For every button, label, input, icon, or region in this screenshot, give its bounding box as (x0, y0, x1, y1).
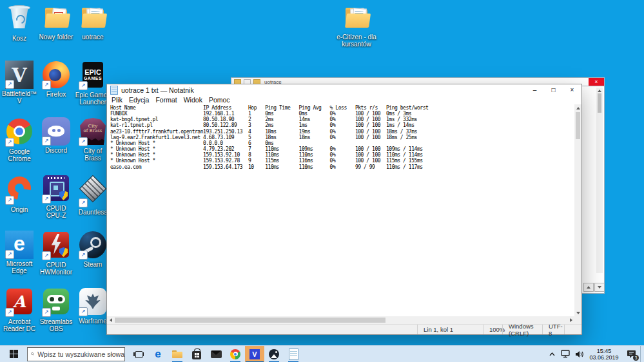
show-desktop-button[interactable] (640, 346, 644, 362)
desktop-icon-kosz[interactable]: Kosz (1, 4, 37, 42)
scroll-left-icon[interactable] (107, 318, 114, 322)
desktop-icon-uotrace-folder[interactable]: uotrace (75, 4, 111, 41)
desktop-icon-label: Steam (75, 261, 111, 268)
shortcut-arrow-icon: ↗ (79, 198, 88, 207)
encoding: UTF-8 (542, 325, 564, 334)
close-button[interactable]: × (563, 84, 581, 96)
desktop-icon-label: Acrobat Reader DC (1, 318, 37, 332)
shortcut-arrow-icon: ↗ (42, 137, 51, 146)
clock[interactable]: 15:45 03.06.2019 (586, 348, 622, 361)
scroll-up-icon[interactable] (576, 104, 580, 111)
chevron-up-icon (549, 352, 555, 356)
minimize-button[interactable]: – (525, 84, 544, 96)
action-center-button[interactable]: 3 (622, 346, 640, 362)
network-button[interactable] (559, 346, 572, 362)
spin-down-button[interactable] (594, 283, 605, 292)
scrollbar-thumb[interactable] (576, 112, 580, 139)
scroll-right-icon[interactable] (567, 318, 574, 322)
menu-format[interactable]: Format (152, 96, 180, 104)
horizontal-scrollbar[interactable] (107, 316, 574, 324)
store-icon (192, 349, 201, 359)
taskbar-edge-button[interactable]: e (148, 346, 168, 362)
shortcut-arrow-icon: ↗ (42, 308, 51, 317)
explorer-scrollbar[interactable] (596, 88, 603, 273)
desktop-icon-label: Firefox (38, 91, 74, 98)
taskbar-store-button[interactable] (187, 346, 206, 362)
scroll-up-icon[interactable] (598, 90, 601, 92)
desktop-icon-dauntless[interactable]: ↗Dauntless (75, 174, 111, 216)
desktop-icon-cpuid-cpu-z[interactable]: ↗CPUID CPU-Z (38, 174, 74, 219)
desktop-icon-label: CPUID CPU-Z (38, 205, 74, 219)
desktop-icon-label: Kosz (1, 35, 37, 42)
scrollbar-thumb[interactable] (115, 318, 385, 323)
cpuid-hwmonitor-icon: ↗ (42, 232, 70, 260)
taskbar: Wpisz tu wyszukiwane słowa eV 15:4 (0, 345, 644, 362)
search-input[interactable]: Wpisz tu wyszukiwane słowa (27, 347, 125, 361)
desktop-icon-microsoft-edge[interactable]: e↗Microsoft Edge (1, 231, 37, 274)
taskbar-vapp-button[interactable]: V (245, 346, 264, 362)
shortcut-arrow-icon: ↗ (42, 251, 51, 260)
volume-button[interactable] (572, 346, 586, 362)
taskbar-notepad-button[interactable] (284, 346, 303, 362)
desktop-icon-label: Epic Games Launcher (75, 91, 111, 106)
spin-up-button[interactable] (583, 283, 594, 292)
desktop-icon-warframe[interactable]: ↗Warframe (75, 287, 111, 325)
scroll-down-icon[interactable] (576, 309, 580, 316)
menu-plik[interactable]: Plik (108, 96, 126, 104)
notepad-statusbar: Lin 1, kol 1 100% Windows (CRLF) UTF-8 (107, 324, 581, 334)
desktop-icon-discord[interactable]: ↗Discord (38, 117, 74, 154)
desktop-icon-nowy-folder[interactable]: PDFNowy folder (38, 4, 74, 41)
menu-widok[interactable]: Widok (181, 96, 206, 104)
desktop-icon-cpuid-hwmonitor[interactable]: ↗CPUID HWMonitor (38, 231, 74, 276)
nowy-folder-icon: PDF (42, 4, 70, 32)
shortcut-arrow-icon: ↗ (42, 195, 51, 204)
notepad-titlebar[interactable]: uotrace 1 txt — Notatnik – □ × (107, 84, 581, 96)
taskbar-photos-button[interactable] (264, 346, 284, 362)
shortcut-arrow-icon: ↗ (79, 307, 88, 316)
tray-overflow-button[interactable] (545, 346, 559, 362)
city-of-brass-icon: Cityof Brass↗ (79, 118, 107, 146)
speaker-icon (575, 350, 584, 358)
maximize-button[interactable]: □ (544, 84, 563, 96)
desktop-icon-e-citizen-folder[interactable]: e-Citizen - dla kursantów (336, 4, 377, 48)
discord-icon: ↗ (42, 117, 70, 146)
menu-edycja[interactable]: Edycja (126, 96, 153, 104)
taskbar-chrome-button[interactable] (226, 346, 245, 362)
start-button[interactable] (0, 346, 27, 362)
desktop-icon-battlefield-v[interactable]: V↗Battlefield™ V (1, 61, 37, 104)
explorer-close-button[interactable]: × (589, 78, 604, 86)
desktop-icon-google-chrome[interactable]: ↗Google Chrome (1, 117, 37, 162)
desktop-icon-origin[interactable]: ↗Origin (1, 174, 37, 213)
taskbar-mail-button[interactable] (206, 346, 226, 362)
vertical-scrollbar[interactable] (574, 104, 581, 316)
desktop-icon-streamlabs-obs[interactable]: ↗Streamlabs OBS (38, 287, 74, 332)
shortcut-arrow-icon: ↗ (5, 308, 14, 317)
kosz-icon (5, 5, 34, 33)
shortcut-arrow-icon: ↗ (79, 137, 88, 146)
shortcut-arrow-icon: ↗ (5, 250, 14, 259)
notepad-text[interactable]: Host Name IP Address Hop Ping Time Ping … (107, 104, 574, 316)
desktop-icon-firefox[interactable]: ↗Firefox (38, 61, 74, 98)
desktop-icon-epic-games-launcher[interactable]: EPICGAMES↗Epic Games Launcher (75, 61, 111, 106)
line-ending: Windows (CRLF) (502, 325, 542, 334)
cpuid-cpu-z-icon: ↗ (42, 175, 70, 204)
zoom-level: 100% (483, 325, 502, 334)
desktop-icon-acrobat-reader-dc[interactable]: A↗Acrobat Reader DC (1, 287, 37, 332)
notepad-app-icon (110, 86, 118, 95)
desktop-icon-label: Dauntless (75, 209, 111, 216)
streamlabs-obs-icon: ↗ (42, 289, 70, 317)
tray-date: 03.06.2019 (586, 354, 622, 361)
explorer-window-edge (582, 86, 605, 294)
shortcut-arrow-icon: ↗ (42, 81, 51, 90)
scrollbar-thumb[interactable] (598, 93, 601, 113)
desktop-icon-label: Origin (1, 206, 37, 213)
taskbar-explorer-button[interactable] (168, 346, 187, 362)
task-view-button[interactable] (129, 346, 148, 362)
e-citizen-folder-icon (342, 4, 371, 32)
shortcut-arrow-icon: ↗ (5, 196, 14, 205)
desktop-icon-city-of-brass[interactable]: Cityof Brass↗City of Brass (75, 117, 111, 162)
desktop-icon-steam[interactable]: ↗Steam (75, 231, 111, 268)
acrobat-reader-dc-icon: A↗ (5, 289, 34, 317)
menu-pomoc[interactable]: Pomoc (206, 96, 233, 104)
epic-games-launcher-icon: EPICGAMES↗ (79, 62, 107, 90)
